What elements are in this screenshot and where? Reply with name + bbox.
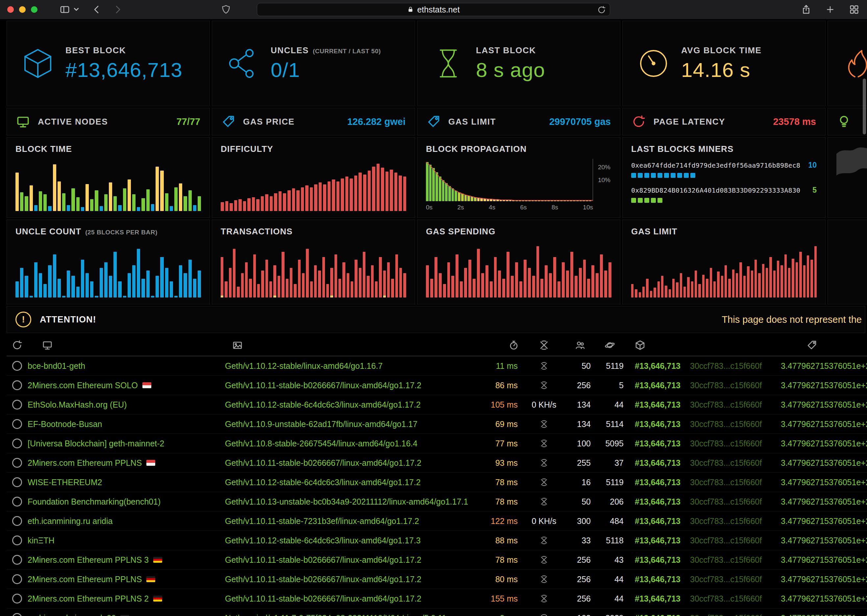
- chart-bar: [698, 284, 700, 297]
- chart-bar: [399, 176, 402, 211]
- chart-bar: [477, 249, 480, 297]
- chart-bar: [20, 192, 24, 211]
- chart-bar: [429, 165, 432, 201]
- chart-bar: [198, 270, 201, 297]
- avg-block-time-value: 14.16 s: [681, 58, 762, 82]
- chart-bar: [290, 268, 293, 297]
- table-row[interactable]: bce-bnd01-gethGeth/v1.10.12-stable/linux…: [6, 356, 867, 376]
- chevron-down-icon[interactable]: [74, 8, 79, 11]
- table-row[interactable]: 2Miners.com Ethereum PPLNSGeth/v1.10.11-…: [6, 570, 867, 589]
- chart-bar: [368, 171, 371, 211]
- chart-bar: [455, 191, 457, 201]
- chart-bar: [160, 257, 164, 297]
- table-row[interactable]: eth.icanmining.ru aridiaGeth/v1.10.11-st…: [6, 511, 867, 531]
- chart-bar: [270, 196, 273, 211]
- last-blocks-miners-panel: LAST BLOCKS MINERS 0xea674fdde714fd979de…: [622, 137, 826, 218]
- active-nodes-panel: ACTIVE NODES 77/77: [6, 108, 210, 135]
- chart-bar: [473, 279, 475, 297]
- chart-bar: [596, 273, 599, 297]
- chart-bar: [500, 200, 502, 201]
- node-version: Geth/v1.10.13-unstable-bc0b34a9-20211112…: [225, 497, 475, 506]
- chart-bar: [146, 189, 149, 211]
- reload-icon[interactable]: [597, 6, 606, 14]
- sidebar-toggle-icon[interactable]: [59, 4, 71, 15]
- maximize-window-button[interactable]: [31, 6, 38, 13]
- back-button[interactable]: [92, 4, 101, 15]
- chart-bar: [451, 276, 454, 297]
- ethstats-dashboard: BEST BLOCK #13,646,713 UNCLES (CURRENT /…: [0, 19, 867, 616]
- chart-bar: [532, 200, 534, 201]
- privacy-shield-icon[interactable]: [221, 4, 231, 15]
- table-row[interactable]: kinΞTHGeth/v1.10.12-stable-6c4dc6c3/linu…: [6, 531, 867, 550]
- node-mining: 0 KH/s: [521, 400, 567, 410]
- scrollbar[interactable]: [863, 79, 866, 134]
- table-row[interactable]: EthSolo.MaxHash.org (EU)Geth/v1.10.12-st…: [6, 395, 867, 415]
- chart-bar: [799, 252, 801, 297]
- node-name: kinΞTH: [28, 536, 225, 545]
- chart-bar: [784, 255, 787, 297]
- chart-title: DIFFICULTY: [221, 144, 406, 154]
- address-bar[interactable]: ethstats.net: [257, 3, 610, 16]
- node-latency: 80 ms: [475, 575, 521, 584]
- chart-bar: [113, 252, 117, 297]
- forward-button[interactable]: [113, 4, 122, 15]
- stat-label: LAST BLOCK: [476, 46, 545, 55]
- table-row[interactable]: 2Miners.com Ethereum SOLOGeth/v1.10.11-s…: [6, 376, 867, 395]
- miner-block-count: 5: [812, 186, 817, 195]
- chart-bar: [48, 206, 51, 211]
- node-latency: 155 ms: [475, 594, 521, 603]
- block-cube-icon: [635, 340, 645, 350]
- chart-bar: [67, 270, 70, 297]
- chart-bar: [85, 273, 89, 297]
- chart-bar: [766, 268, 768, 297]
- latency-stopwatch-icon: [508, 340, 519, 350]
- minimize-window-button[interactable]: [19, 6, 26, 13]
- chart-bar: [189, 190, 192, 211]
- new-tab-icon[interactable]: [826, 5, 835, 14]
- chart-bar: [687, 277, 689, 297]
- miner-address[interactable]: 0x829BD824B016326A401d083B33D092293333A8…: [631, 186, 800, 194]
- chart-bar: [557, 281, 560, 297]
- table-row[interactable]: Foundation Benchmarking(bench01)Geth/v1.…: [6, 492, 867, 511]
- table-row[interactable]: archivenode.io - node06Nethermind/v1.11.…: [6, 608, 867, 616]
- chart-bar: [230, 203, 233, 211]
- chart-bar: [123, 189, 126, 211]
- node-type-image-icon: [232, 340, 243, 350]
- node-pending: 5: [593, 381, 626, 390]
- chart-bar: [528, 268, 531, 297]
- node-version: Nethermind/v1.11.7-0-75f034a08-20211119/…: [225, 613, 475, 616]
- chart-bar: [788, 268, 790, 297]
- node-peers: 50: [567, 497, 593, 506]
- secondary-stats-row: ACTIVE NODES 77/77 GAS PRICE 126.282 gwe…: [6, 108, 867, 135]
- node-name: 2Miners.com Ethereum PPLNS: [28, 458, 225, 468]
- chart-bar: [725, 265, 727, 297]
- chart-bar: [540, 279, 543, 297]
- chart-bar: [85, 184, 89, 211]
- share-icon[interactable]: [801, 4, 811, 15]
- node-block: #13,646,713: [626, 613, 686, 616]
- chart-bar: [573, 200, 576, 201]
- uncle-count-chart: [16, 244, 201, 297]
- table-row[interactable]: [Universa Blockchain] geth-mainnet-2Geth…: [6, 434, 867, 453]
- chart-bar: [234, 200, 238, 211]
- table-row[interactable]: 2Miners.com Ethereum PPLNS 2Geth/v1.10.1…: [6, 589, 867, 608]
- chart-bar: [436, 172, 438, 201]
- tab-overview-icon[interactable]: [849, 5, 859, 14]
- last-block-value: 8 s ago: [476, 58, 545, 82]
- chart-bar: [814, 246, 817, 297]
- table-row[interactable]: EF-Bootnode-BusanGeth/v1.10.9-unstable-6…: [6, 415, 867, 434]
- table-row[interactable]: 2Miners.com Ethereum PPLNS 3Geth/v1.10.1…: [6, 550, 867, 570]
- chart-bar: [184, 196, 187, 211]
- table-row[interactable]: 2Miners.com Ethereum PPLNSGeth/v1.10.11-…: [6, 453, 867, 473]
- table-row[interactable]: WISE-ETHEREUM2Geth/v1.10.12-stable-6c4dc…: [6, 473, 867, 492]
- miner-address[interactable]: 0xea674fdde714fd979de3edf0f56aa9716b898e…: [631, 161, 800, 169]
- close-window-button[interactable]: [7, 6, 14, 13]
- chart-bar: [609, 262, 611, 297]
- chart-bar: [367, 276, 369, 297]
- node-total-difficulty: 3.477962715376051e+22: [771, 613, 867, 616]
- page-latency-panel: PAGE LATENCY 23578 ms: [622, 108, 826, 135]
- chart-bar: [109, 182, 112, 211]
- node-pending: 44: [593, 400, 626, 410]
- mined-block-square: [638, 173, 643, 178]
- chart-bar: [570, 252, 573, 297]
